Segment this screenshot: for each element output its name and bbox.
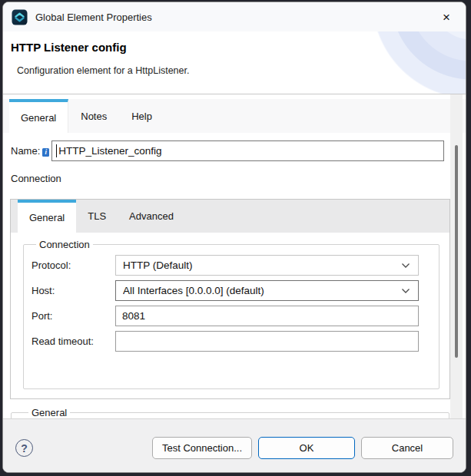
- protocol-label: Protocol:: [32, 259, 115, 271]
- host-label: Host:: [32, 285, 115, 296]
- protocol-value: HTTP (Default): [123, 259, 401, 271]
- help-icon[interactable]: ?: [15, 439, 33, 457]
- ok-button[interactable]: OK: [258, 437, 355, 459]
- name-input-wrap: [51, 140, 444, 161]
- chevron-down-icon: [401, 288, 410, 294]
- text-caret: [56, 144, 57, 157]
- name-label: Name:: [11, 145, 40, 157]
- page-description: Configuration element for a HttpListener…: [17, 65, 189, 76]
- read-timeout-input[interactable]: [115, 331, 419, 352]
- anypoint-studio-icon: [12, 9, 28, 25]
- test-connection-button[interactable]: Test Connection...: [152, 437, 252, 459]
- general-groupbox: General: [11, 407, 449, 418]
- port-label: Port:: [32, 310, 115, 322]
- connection-section-label: Connection: [11, 173, 466, 184]
- protocol-row: Protocol: HTTP (Default): [32, 255, 419, 276]
- host-value: All Interfaces [0.0.0.0] (default): [123, 285, 401, 296]
- dialog-body: General Notes Help Name: i Connection Ge…: [3, 94, 466, 418]
- close-icon[interactable]: ×: [438, 8, 455, 25]
- page-title: HTTP Listener config: [11, 41, 127, 54]
- inner-tab-advanced[interactable]: Advanced: [118, 200, 185, 233]
- inner-tabbar: General TLS Advanced: [11, 200, 449, 233]
- info-icon: i: [42, 148, 49, 157]
- cancel-button[interactable]: Cancel: [361, 437, 453, 459]
- general-groupbox-legend: General: [28, 407, 70, 418]
- host-dropdown[interactable]: All Interfaces [0.0.0.0] (default): [115, 280, 419, 301]
- connection-groupbox-legend: Connection: [36, 239, 93, 250]
- host-row: Host: All Interfaces [0.0.0.0] (default): [32, 280, 419, 301]
- read-timeout-row: Read timeout:: [32, 331, 419, 352]
- outer-tabbar: General Notes Help: [3, 99, 466, 133]
- read-timeout-label: Read timeout:: [32, 336, 115, 347]
- connection-panel: General TLS Advanced Connection Protocol…: [10, 199, 450, 399]
- tab-help[interactable]: Help: [119, 99, 164, 133]
- window-title: Global Element Properties: [35, 12, 438, 23]
- global-element-properties-dialog: Global Element Properties × HTTP Listene…: [2, 2, 466, 473]
- inner-tab-general[interactable]: General: [18, 200, 76, 233]
- dialog-footer: ? Test Connection... OK Cancel: [3, 418, 466, 472]
- chevron-down-icon: [401, 263, 410, 269]
- port-row: Port:: [32, 306, 419, 326]
- tab-notes[interactable]: Notes: [68, 99, 119, 133]
- protocol-dropdown[interactable]: HTTP (Default): [115, 255, 419, 276]
- port-input[interactable]: [115, 306, 419, 326]
- name-row: Name: i: [11, 140, 444, 161]
- header-swoosh-decoration: [320, 31, 466, 94]
- connection-groupbox: Connection Protocol: HTTP (Default) Host…: [23, 239, 439, 389]
- tab-general[interactable]: General: [9, 99, 68, 133]
- titlebar[interactable]: Global Element Properties ×: [3, 2, 466, 31]
- name-input[interactable]: [51, 140, 444, 161]
- dialog-header: HTTP Listener config Configuration eleme…: [3, 31, 466, 94]
- inner-tab-tls[interactable]: TLS: [76, 200, 118, 233]
- scrollbar-thumb[interactable]: [455, 145, 458, 358]
